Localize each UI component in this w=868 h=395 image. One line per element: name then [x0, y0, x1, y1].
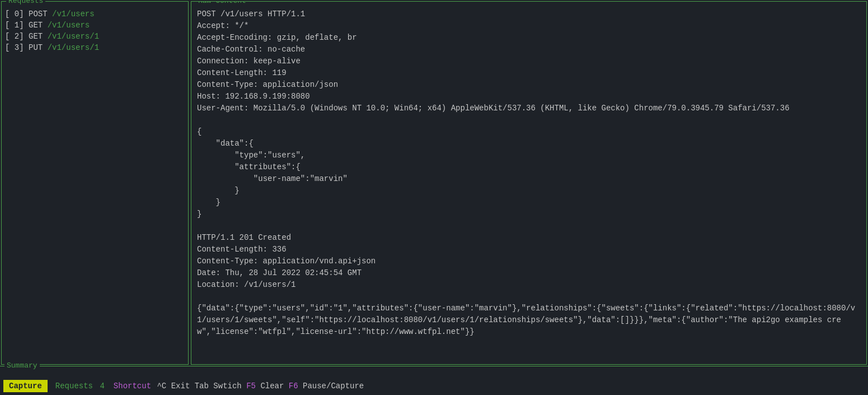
raw-content-body[interactable]: POST /v1/users HTTP/1.1 Accept: */* Acce… [191, 4, 866, 365]
summary-bar: Summary Capture Requests 4 Shortcut ^C E… [0, 366, 868, 395]
f5-label: F5 [246, 382, 256, 391]
requests-count: 4 [100, 382, 104, 391]
request-item-0[interactable]: [ 0] POST /v1/users [5, 8, 185, 20]
exit-label: Exit [171, 382, 190, 391]
pause-capture-label: Pause/Capture [303, 382, 364, 391]
raw-content-panel-title: Raw Content [196, 1, 248, 5]
status-bar: Capture Requests 4 Shortcut ^C Exit Tab … [0, 377, 868, 395]
request-item-3[interactable]: [ 3] PUT /v1/users/1 [5, 42, 185, 53]
request-item-2[interactable]: [ 2] GET /v1/users/1 [5, 31, 185, 42]
requests-label: Requests [55, 382, 93, 391]
raw-content-panel: Raw Content POST /v1/users HTTP/1.1 Acce… [191, 1, 867, 365]
capture-button[interactable]: Capture [3, 380, 48, 392]
requests-list: [ 0] POST /v1/users[ 1] GET /v1/users[ 2… [2, 4, 188, 58]
requests-panel-title: Requests [6, 0, 45, 5]
summary-title: Summary [4, 361, 40, 370]
request-item-1[interactable]: [ 1] GET /v1/users [5, 20, 185, 31]
shortcut-label: Shortcut [114, 382, 151, 391]
clear-label: Clear [260, 382, 284, 391]
tab-label: Tab [195, 382, 209, 391]
main-area: Requests [ 0] POST /v1/users[ 1] GET /v1… [0, 0, 868, 366]
requests-panel: Requests [ 0] POST /v1/users[ 1] GET /v1… [1, 1, 189, 365]
switch-label: Swtich [213, 382, 241, 391]
f6-label: F6 [289, 382, 298, 391]
shortcut-key: ^C [157, 382, 166, 391]
status-info: Requests 4 Shortcut ^C Exit Tab Swtich F… [48, 382, 372, 391]
